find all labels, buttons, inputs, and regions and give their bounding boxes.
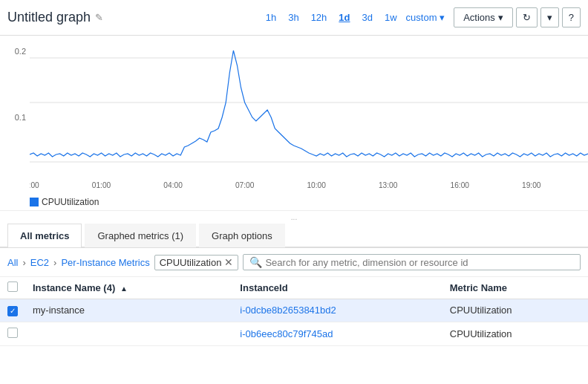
legend-swatch — [30, 198, 39, 206]
edit-title-icon[interactable]: ✎ — [95, 12, 103, 23]
chart-wrapper: 0.2 0.1 22:00 01:00 04:00 07:00 10:00 13… — [0, 43, 588, 194]
th-instance-name[interactable]: Instance Name (4) ▲ — [25, 277, 232, 299]
time-3h[interactable]: 3h — [285, 10, 301, 25]
row2-instance-name — [25, 322, 232, 345]
filter-tag: CPUUtilization ✕ — [154, 255, 239, 270]
svg-text:16:00: 16:00 — [451, 181, 470, 189]
row1-instance-id-link[interactable]: i-0dcbe8b2653841bd2 — [240, 305, 336, 316]
svg-text:22:00: 22:00 — [30, 181, 39, 189]
row2-instance-id-link[interactable]: i-0b6eec80c79f745ad — [240, 328, 333, 339]
table-header: Instance Name (4) ▲ InstanceId Metric Na… — [0, 277, 588, 299]
row2-checkbox-cell — [0, 322, 25, 345]
time-1h[interactable]: 1h — [263, 10, 279, 25]
row1-checkbox-cell: ✓ — [0, 299, 25, 322]
search-input[interactable] — [265, 257, 574, 268]
th-checkbox — [0, 277, 25, 299]
metrics-table: Instance Name (4) ▲ InstanceId Metric Na… — [0, 277, 588, 346]
y-label-0.1: 0.1 — [15, 113, 26, 122]
actions-label: Actions — [463, 12, 495, 23]
help-icon: ? — [569, 12, 574, 23]
sort-icon: ▲ — [120, 284, 128, 293]
row1-metric: CPUUtilization — [442, 299, 588, 322]
time-3d[interactable]: 3d — [359, 10, 376, 25]
svg-text:13:00: 13:00 — [379, 181, 398, 189]
actions-button[interactable]: Actions ▾ — [454, 7, 513, 27]
tabs-divider[interactable]: ... — [0, 211, 588, 224]
chart-legend: CPUUtilization — [0, 194, 588, 210]
time-range-selector: 1h 3h 12h 1d 3d 1w custom ▾ — [263, 10, 445, 25]
refresh-button[interactable]: ↻ — [516, 7, 538, 27]
svg-text:19:00: 19:00 — [522, 181, 541, 189]
row2-checkbox[interactable] — [7, 328, 18, 338]
tabs-section: ... All metrics Graphed metrics (1) Grap… — [0, 211, 588, 248]
table-body: ✓ my-instance i-0dcbe8b2653841bd2 CPUUti… — [0, 299, 588, 346]
th-metric-name: Metric Name — [442, 277, 588, 299]
tab-all-metrics[interactable]: All metrics — [7, 224, 82, 247]
tab-graph-options[interactable]: Graph options — [199, 224, 285, 247]
row1-instance-id: i-0dcbe8b2653841bd2 — [232, 299, 442, 322]
row1-checkbox[interactable]: ✓ — [7, 306, 18, 316]
time-1d[interactable]: 1d — [336, 10, 353, 25]
select-all-checkbox[interactable] — [7, 282, 18, 292]
search-box: 🔍 — [243, 254, 581, 270]
table-header-row: Instance Name (4) ▲ InstanceId Metric Na… — [0, 277, 588, 299]
graph-title-area: Untitled graph ✎ — [7, 10, 263, 25]
chevron-down-icon: ▾ — [547, 12, 552, 23]
line-chart: 22:00 01:00 04:00 07:00 10:00 13:00 16:0… — [30, 43, 588, 192]
tabs-row: All metrics Graphed metrics (1) Graph op… — [0, 224, 588, 247]
time-12h[interactable]: 12h — [308, 10, 330, 25]
filter-tag-remove[interactable]: ✕ — [224, 257, 233, 267]
row1-instance-name: my-instance — [25, 299, 232, 322]
row2-instance-id: i-0b6eec80c79f745ad — [232, 322, 442, 345]
filter-row: All › EC2 › Per-Instance Metrics CPUUtil… — [0, 248, 588, 277]
svg-text:01:00: 01:00 — [92, 181, 111, 189]
table-row[interactable]: i-0b6eec80c79f745ad CPUUtilization — [0, 322, 588, 345]
th-instance-id: InstanceId — [232, 277, 442, 299]
refresh-icon: ↻ — [523, 12, 531, 23]
chart-area: 0.2 0.1 22:00 01:00 04:00 07:00 10:00 13… — [0, 36, 588, 211]
graph-title: Untitled graph — [7, 10, 91, 25]
dropdown-button[interactable]: ▾ — [540, 7, 559, 27]
filter-tag-label: CPUUtilization — [160, 257, 222, 268]
y-axis: 0.2 0.1 — [0, 43, 30, 194]
help-button[interactable]: ? — [562, 7, 581, 27]
breadcrumb-per-instance[interactable]: Per-Instance Metrics — [61, 257, 149, 268]
header: Untitled graph ✎ 1h 3h 12h 1d 3d 1w cust… — [0, 0, 588, 36]
table-row[interactable]: ✓ my-instance i-0dcbe8b2653841bd2 CPUUti… — [0, 299, 588, 322]
search-icon: 🔍 — [249, 256, 262, 268]
svg-text:07:00: 07:00 — [235, 181, 255, 189]
legend-label: CPUUtilization — [42, 197, 99, 207]
actions-dropdown-icon: ▾ — [498, 12, 503, 23]
svg-text:10:00: 10:00 — [307, 181, 326, 189]
time-custom[interactable]: custom ▾ — [406, 12, 445, 23]
svg-text:04:00: 04:00 — [163, 181, 183, 189]
tab-graphed-metrics[interactable]: Graphed metrics (1) — [85, 224, 196, 247]
y-label-0.2: 0.2 — [15, 47, 26, 56]
time-1w[interactable]: 1w — [382, 10, 400, 25]
row2-metric: CPUUtilization — [442, 322, 588, 345]
breadcrumb-all[interactable]: All — [7, 257, 18, 268]
chart-svg: 22:00 01:00 04:00 07:00 10:00 13:00 16:0… — [30, 43, 588, 194]
breadcrumb-ec2[interactable]: EC2 — [30, 257, 49, 268]
